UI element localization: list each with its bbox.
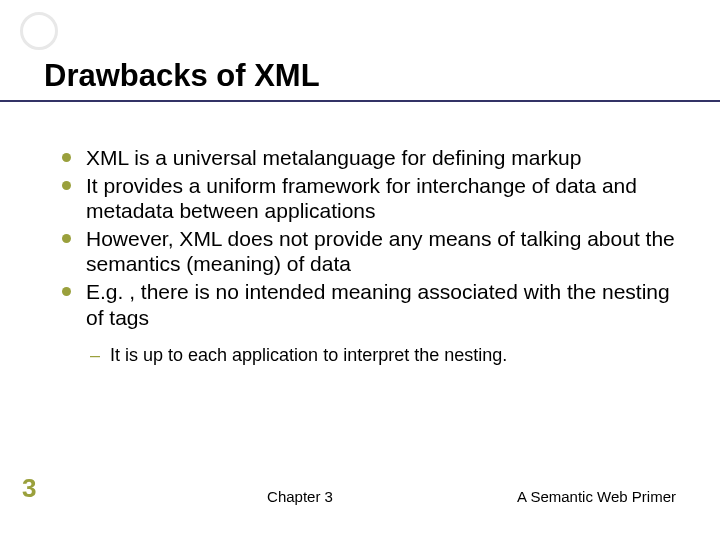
footer-right: A Semantic Web Primer [517,488,676,505]
bullet-text: XML is a universal metalanguage for defi… [86,146,581,169]
bullet-item: It provides a uniform framework for inte… [58,173,680,224]
decorative-circle [20,12,58,50]
slide-title: Drawbacks of XML [44,58,680,106]
bullet-item: XML is a universal metalanguage for defi… [58,145,680,171]
bullet-list: XML is a universal metalanguage for defi… [58,145,680,330]
title-area: Drawbacks of XML [44,58,680,106]
title-underline [0,100,720,102]
bullet-text: E.g. , there is no intended meaning asso… [86,280,670,329]
bullet-item: However, XML does not provide any means … [58,226,680,277]
sub-bullet-list: It is up to each application to interpre… [86,344,680,367]
body-area: XML is a universal metalanguage for defi… [58,145,680,367]
footer-center: Chapter 3 [267,488,333,505]
bullet-text: It provides a uniform framework for inte… [86,174,637,223]
sub-bullet-text: It is up to each application to interpre… [110,345,507,365]
bullet-item: E.g. , there is no intended meaning asso… [58,279,680,330]
slide: Drawbacks of XML XML is a universal meta… [0,0,720,540]
bullet-text: However, XML does not provide any means … [86,227,675,276]
sub-bullet-item: It is up to each application to interpre… [86,344,680,367]
